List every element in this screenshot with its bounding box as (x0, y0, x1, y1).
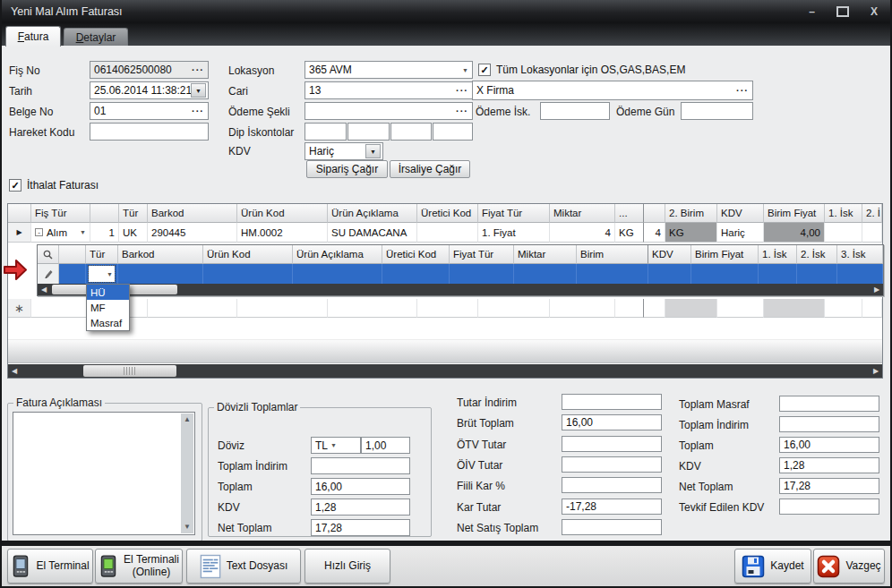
main-grid-header-tur[interactable]: Tür (119, 204, 148, 223)
odeme-gun-field[interactable] (681, 102, 753, 120)
new-cell[interactable] (825, 299, 862, 318)
main-grid-header-miktar[interactable]: Miktar (550, 204, 615, 223)
dip-iskonto-1-field[interactable] (304, 123, 347, 141)
detail-grid-header-urun-kod[interactable]: Ürün Kod (203, 245, 293, 264)
cell-fis-tur[interactable]: - Alım ▼ (31, 223, 90, 243)
scroll-left-icon[interactable]: ◀ (8, 368, 21, 375)
detail-cell-isk3[interactable] (837, 264, 883, 284)
main-grid-header-fis-tur[interactable]: Fiş Tür (31, 204, 90, 223)
brut-toplam-field[interactable]: 16,00 (562, 414, 662, 430)
cell-sira[interactable]: 1 (90, 223, 119, 243)
cell-miktar[interactable]: 4 (550, 223, 615, 243)
cell-birim-fiyat[interactable]: 4,00 (764, 223, 825, 243)
dropdown-option-mf[interactable]: MF (87, 300, 129, 315)
hizli-giris-button[interactable]: Hızlı Giriş (304, 549, 390, 584)
detail-grid-header-kdv[interactable]: KDV (648, 245, 691, 264)
new-cell[interactable] (862, 299, 882, 318)
belge-no-browse-icon[interactable]: ··· (192, 107, 204, 116)
toplam-masraf-field[interactable] (779, 396, 879, 412)
textarea-vscrollbar[interactable]: ▲ ▼ (181, 413, 193, 533)
main-grid-header-dots[interactable]: ... (615, 204, 644, 223)
dovizli-net-toplam-field[interactable]: 17,28 (311, 519, 410, 536)
dip-iskonto-4-field[interactable] (433, 123, 473, 141)
new-cell[interactable] (31, 299, 90, 318)
detail-cell-urun-aciklama[interactable] (293, 264, 382, 284)
new-cell[interactable] (478, 299, 550, 318)
detail-grid-header-birim[interactable]: Birim (577, 245, 648, 264)
net-toplam-field[interactable]: 17,28 (779, 478, 879, 494)
cell-miktar2[interactable]: 4 (644, 223, 665, 243)
dovizli-toplam-indirim-field[interactable] (311, 457, 410, 474)
cell-urun-aciklama[interactable]: SU DAMACANA (328, 223, 417, 243)
cell-barkod[interactable]: 290445 (148, 223, 237, 243)
close-icon[interactable]: X (871, 6, 878, 17)
kar-tutar-field[interactable]: -17,28 (562, 499, 662, 515)
new-cell[interactable] (644, 299, 665, 318)
cari-kod-field[interactable]: 13 ··· (304, 81, 473, 99)
tutar-indirim-field[interactable] (562, 394, 662, 410)
tarih-dropdown-icon[interactable]: ▼ (191, 83, 206, 98)
dovizli-kdv-field[interactable]: 1,28 (311, 499, 410, 516)
detail-grid-header-uretici-kod[interactable]: Üretici Kod (382, 245, 450, 264)
net-satis-toplam-field[interactable] (562, 519, 662, 535)
detail-grid-header-isk3[interactable]: 3. İsk (837, 245, 883, 264)
detail-cell-tur-editor[interactable]: ▼ (86, 264, 118, 284)
scroll-down-icon[interactable]: ▼ (184, 521, 191, 533)
new-cell[interactable] (615, 299, 644, 318)
main-grid-header-birim2[interactable]: 2. Birim (665, 204, 717, 223)
otv-tutar-field[interactable] (562, 436, 662, 452)
detail-cell-kdv[interactable] (648, 264, 691, 284)
detail-grid-hscrollbar[interactable]: ◀ ▶ (38, 284, 883, 295)
detail-grid-header-tur[interactable]: Tür (86, 245, 118, 264)
main-grid-header-birim-fiyat[interactable]: Birim Fiyat (764, 204, 825, 223)
kdv-dropdown-icon[interactable]: ▼ (365, 144, 381, 158)
detail-cell-urun-kod[interactable] (203, 264, 293, 284)
tur-dropdown-icon[interactable]: ▼ (104, 271, 113, 277)
doviz-combo[interactable]: TL ▼ (311, 437, 361, 454)
main-grid-header-miktar2[interactable] (644, 204, 665, 223)
cell-uretici-kod[interactable] (417, 223, 478, 243)
detail-cell-isk1[interactable] (759, 264, 797, 284)
tab-detaylar[interactable]: Detaylar (64, 28, 128, 47)
kdv-combo[interactable]: Hariç ▼ (304, 142, 383, 160)
detail-grid-header-isk2[interactable]: 2. İsk (797, 245, 837, 264)
dropdown-option-masraf[interactable]: Masraf (87, 315, 129, 330)
detail-cell-birim-fiyat[interactable] (691, 264, 759, 284)
cari-unvan-browse-icon[interactable]: ··· (736, 86, 749, 96)
cell-birim2[interactable]: KG (665, 223, 717, 243)
cell-tur[interactable]: UK (119, 223, 148, 243)
dropdown-option-hu[interactable]: HÜ (87, 285, 129, 300)
fis-no-browse-icon[interactable]: ··· (192, 65, 204, 75)
row-indicator-icon[interactable]: ▶ (8, 223, 31, 243)
oiv-tutar-field[interactable] (562, 456, 662, 473)
scroll-left-icon[interactable]: ◀ (38, 286, 50, 294)
detail-cell-birim[interactable] (577, 264, 648, 284)
fis-tur-dropdown-icon[interactable]: ▼ (77, 229, 86, 235)
main-grid-hscrollbar[interactable]: ◀ ▶ (8, 364, 882, 378)
toplam-field[interactable]: 16,00 (779, 437, 879, 453)
detail-grid-header-miktar[interactable]: Miktar (514, 245, 577, 264)
cell-birim[interactable]: KG (615, 223, 644, 243)
odeme-isk-field[interactable] (540, 102, 610, 120)
scroll-right-icon[interactable]: ▶ (870, 368, 882, 375)
dovizli-toplam-field[interactable]: 16,00 (311, 478, 410, 495)
scroll-up-icon[interactable]: ▲ (184, 413, 191, 426)
cell-kdv[interactable]: Hariç (717, 223, 764, 243)
main-grid-header-urun-aciklama[interactable]: Ürün Açıklama (328, 204, 417, 223)
detail-grid-header-urun-aciklama[interactable]: Ürün Açıklama (293, 245, 382, 264)
detail-cell-barkod[interactable] (118, 264, 203, 284)
tab-fatura[interactable]: Fatura (5, 26, 61, 47)
belge-no-field[interactable]: 01 ··· (90, 102, 209, 120)
main-grid-header-isk2[interactable]: 2. İ (862, 204, 882, 223)
fis-no-field[interactable]: 0614062500080 ··· (90, 61, 209, 79)
detail-cell-uretici-kod[interactable] (382, 264, 450, 284)
dip-iskonto-2-field[interactable] (347, 123, 390, 141)
tum-lokasyonlar-checkbox[interactable]: ✓ (478, 64, 491, 76)
fatura-aciklamasi-textarea[interactable]: ▲ ▼ (13, 412, 195, 535)
text-dosyasi-button[interactable]: Text Dosyası (186, 549, 301, 584)
main-grid-header-barkod[interactable]: Barkod (148, 204, 237, 223)
new-cell[interactable] (417, 299, 478, 318)
kaydet-button[interactable]: Kaydet (734, 549, 811, 584)
odeme-sekli-field[interactable]: ··· (304, 102, 473, 120)
cell-isk1[interactable] (825, 223, 862, 243)
